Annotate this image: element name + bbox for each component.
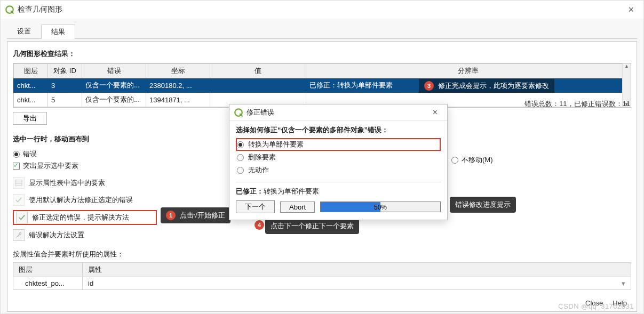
- col-coord[interactable]: 坐标: [146, 64, 210, 78]
- close-icon[interactable]: ×: [427, 108, 443, 117]
- radio-icon: [451, 157, 458, 164]
- progress-label: 50%: [321, 202, 440, 213]
- annotation-4: 点击下一个修正下一个要素: [265, 218, 359, 234]
- col-attr: 属性: [83, 263, 631, 277]
- merge-attr-title: 按属性值合并要素时所使用的属性：: [13, 249, 631, 259]
- badge-1: 1: [166, 211, 176, 220]
- main-window: 检查几何图形 × 设置 结果 几何图形检查结果： 图层 对象 ID 错误 坐标: [0, 0, 644, 314]
- attr-dropdown[interactable]: id ▾: [83, 277, 631, 290]
- tab-results[interactable]: 结果: [41, 25, 75, 39]
- badge-4: 4: [255, 220, 264, 230]
- results-heading: 几何图形检查结果：: [13, 49, 631, 59]
- radio-icon: [13, 151, 20, 158]
- col-res[interactable]: 分辨率: [306, 64, 631, 78]
- badge-3: 3: [424, 81, 434, 91]
- annotation-1: 1 点击√开始修正: [161, 207, 230, 223]
- tab-settings[interactable]: 设置: [7, 24, 41, 38]
- row-resolution: 已修正：转换为单部件要素: [309, 81, 393, 89]
- modal-titlebar: 修正错误 ×: [229, 104, 447, 121]
- check-icon: [13, 194, 25, 206]
- col-layer: 图层: [13, 263, 83, 277]
- col-value[interactable]: 值: [210, 64, 306, 78]
- annotation-5: 错误修改进度提示: [450, 197, 516, 213]
- chk-highlight[interactable]: 突出显示选中要素: [13, 161, 78, 171]
- chevron-down-icon: ▾: [622, 279, 625, 287]
- close-icon[interactable]: ×: [623, 4, 639, 15]
- error-summary: 错误总数：11，已修正错误数：11: [524, 99, 630, 109]
- app-icon: [5, 5, 14, 14]
- radio-error[interactable]: 错误: [13, 149, 78, 159]
- col-error[interactable]: 错误: [82, 64, 146, 78]
- merge-attr-table: 图层 属性 chktest_po... id ▾: [13, 262, 631, 290]
- checkbox-icon: [13, 163, 20, 170]
- radio-icon: [237, 167, 244, 174]
- wrench-icon: [13, 229, 25, 241]
- modal-body: 选择如何修正“仅含一个要素的多部件对象”错误： 转换为单部件要素 删除要素 无动…: [229, 121, 447, 220]
- radio-icon: [237, 154, 244, 161]
- export-button[interactable]: 导出: [13, 112, 47, 125]
- action-label: 使用默认解决方法修正选定的错误: [29, 195, 133, 205]
- radio-icon: [237, 141, 244, 148]
- dialog-footer: Close Help: [585, 299, 627, 307]
- action-label: 错误解决方法设置: [29, 230, 84, 240]
- action-fix-selected[interactable]: 修正选定的错误，提示解决方法: [13, 210, 157, 225]
- check-icon: [16, 212, 28, 223]
- titlebar: 检查几何图形 ×: [1, 1, 643, 19]
- modal-title: 修正错误: [247, 108, 274, 117]
- action-label: 显示属性表中选中的要素: [29, 178, 105, 188]
- fixed-status: 已修正：转换为单部件要素: [236, 182, 441, 196]
- tabs: 设置 结果: [7, 24, 637, 39]
- col-oid[interactable]: 对象 ID: [48, 64, 82, 78]
- next-button[interactable]: 下一个: [236, 200, 275, 213]
- opt-none[interactable]: 无动作: [236, 164, 441, 176]
- window-title: 检查几何图形: [18, 5, 62, 14]
- col-layer[interactable]: 图层: [14, 64, 48, 78]
- table-row[interactable]: chktest_po... id ▾: [13, 277, 631, 290]
- progress-bar: 50%: [320, 202, 441, 212]
- opt-convert-single[interactable]: 转换为单部件要素: [236, 138, 441, 151]
- abort-button[interactable]: Abort: [280, 202, 315, 213]
- fix-error-dialog: 修正错误 × 选择如何修正“仅含一个要素的多部件对象”错误： 转换为单部件要素 …: [229, 104, 448, 220]
- app-icon: [234, 108, 243, 117]
- modal-buttons: 下一个 Abort 50%: [236, 200, 441, 213]
- table-icon: [13, 177, 25, 189]
- help-button[interactable]: Help: [613, 299, 627, 307]
- radio-nomove[interactable]: 不移动(M): [451, 149, 493, 171]
- modal-instruction: 选择如何修正“仅含一个要素的多部件对象”错误：: [236, 125, 441, 135]
- svg-rect-2: [15, 180, 22, 186]
- annotation-3: 3 修正完成会提示，此项为逐要素修改: [419, 79, 554, 93]
- close-button[interactable]: Close: [585, 299, 603, 307]
- opt-delete[interactable]: 删除要素: [236, 151, 441, 164]
- action-label: 修正选定的错误，提示解决方法: [32, 213, 129, 222]
